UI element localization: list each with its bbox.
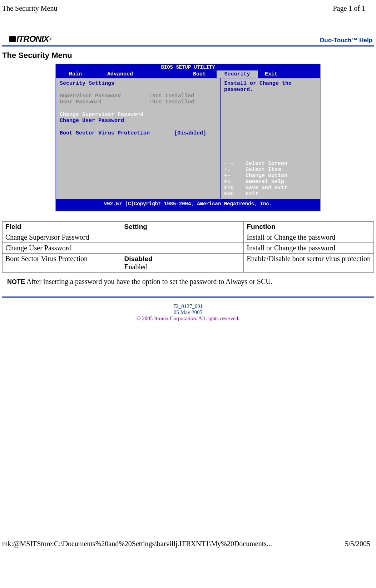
bios-footer: v02.57 (C)Copyright 1985-2004, American …	[56, 200, 320, 211]
nav-key: F10	[224, 185, 246, 191]
cell-setting	[121, 243, 244, 254]
cell-setting: Disabled Enabled	[121, 254, 244, 273]
brand-square-icon	[9, 36, 16, 42]
bios-section-heading: Security Settings	[60, 80, 217, 87]
footer-path: mk:@MSITStore:C:\Documents%20and%20Setti…	[2, 540, 272, 548]
brand-name: ITRONIX	[16, 34, 49, 44]
bios-help-line1: Install or Change the	[224, 80, 316, 87]
nav-action: Change Option	[246, 173, 287, 179]
nav-key: ESC	[224, 191, 246, 197]
bios-menu-exit: Exit	[258, 70, 304, 78]
brand-registered-icon: ®	[49, 37, 51, 41]
user-pw-label: User Password	[60, 99, 149, 105]
cell-field: Boot Sector Virus Protection	[3, 254, 121, 273]
cell-field: Change User Password	[3, 243, 121, 254]
table-header-setting: Setting	[121, 222, 244, 232]
doc-header-title: The Security Menu	[2, 4, 57, 13]
brand-logo: ITRONIX ®	[2, 34, 52, 44]
user-pw-value: :Not Installed	[149, 99, 194, 105]
doc-id: 72_0127_001	[2, 303, 374, 309]
nav-key: ← →	[224, 161, 246, 167]
footer-meta: 72_0127_001 05 May 2005 © 2005 Itronix C…	[2, 303, 374, 322]
bios-menu-boot: Boot	[145, 70, 217, 78]
bios-nav-help: ← →Select Screen ↑↓Select Item +-Change …	[224, 161, 316, 197]
table-header-field: Field	[3, 222, 121, 232]
note-line: NOTE After inserting a password you have…	[2, 278, 374, 286]
table-row: Boot Sector Virus Protection Disabled En…	[3, 254, 374, 273]
change-supervisor-pw: Change Supervisor Password	[60, 112, 217, 118]
bios-screenshot: BIOS SETUP UTILITY Main Advanced Boot Se…	[55, 64, 321, 211]
setting-plain: Enabled	[124, 263, 148, 271]
nav-action: Select Item	[246, 167, 281, 173]
help-link[interactable]: Duo-Touch™ Help	[320, 37, 374, 44]
cell-function: Enable/Disable boot sector virus protect…	[244, 254, 374, 273]
supervisor-pw-label: Supervisor Password	[60, 93, 149, 99]
supervisor-pw-value: :Not Installed	[149, 93, 194, 99]
nav-key: +-	[224, 173, 246, 179]
footer-date: 5/5/2005	[345, 540, 370, 548]
boot-sector-label: Boot Sector Virus Protection	[60, 130, 174, 136]
bios-menu-security: Security	[217, 70, 258, 78]
cell-setting	[121, 232, 244, 243]
boot-sector-value: [Disabled]	[174, 130, 206, 136]
cell-field: Change Supervisor Password	[3, 232, 121, 243]
setting-bold: Disabled	[124, 255, 152, 263]
change-user-pw: Change User Password	[60, 118, 217, 124]
nav-key: ↑↓	[224, 167, 246, 173]
bios-menu-main: Main	[56, 70, 95, 78]
divider	[2, 297, 374, 298]
nav-key: F1	[224, 179, 246, 185]
nav-action: General Help	[246, 179, 284, 185]
doc-date: 05 May 2005	[2, 309, 374, 315]
bios-menu: Main Advanced Boot Security Exit	[56, 70, 320, 78]
page-title: The Security Menu	[2, 51, 374, 60]
nav-action: Select Screen	[246, 161, 287, 167]
bios-help-line2: password.	[224, 87, 316, 93]
cell-function: Install or Change the password	[244, 232, 374, 243]
table-header-function: Function	[244, 222, 374, 232]
nav-action: Exit	[246, 191, 258, 197]
bios-title: BIOS SETUP UTILITY	[56, 64, 320, 70]
doc-page-info: Page 1 of 1	[333, 4, 365, 13]
settings-table: Field Setting Function Change Supervisor…	[2, 221, 374, 273]
nav-action: Save and Exit	[246, 185, 287, 191]
table-row: Change Supervisor Password Install or Ch…	[3, 232, 374, 243]
bios-left-panel: Security Settings Supervisor Password :N…	[56, 78, 220, 200]
bios-menu-advanced: Advanced	[95, 70, 145, 78]
table-row: Change User Password Install or Change t…	[3, 243, 374, 254]
cell-function: Install or Change the password	[244, 243, 374, 254]
note-label: NOTE	[7, 278, 25, 285]
bios-right-panel: Install or Change the password. ← →Selec…	[220, 78, 320, 200]
note-text: After inserting a password you have the …	[25, 278, 273, 285]
doc-copyright: © 2005 Itronix Corporation. All rights r…	[2, 315, 374, 322]
